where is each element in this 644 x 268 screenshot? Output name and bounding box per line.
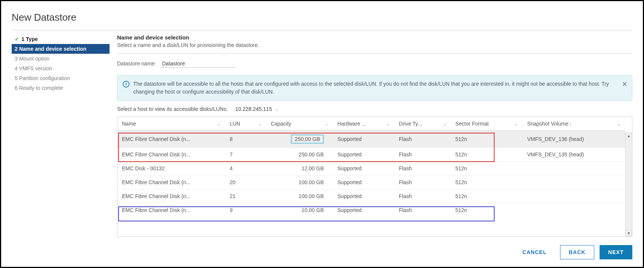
cell-lun: 21 xyxy=(225,189,266,203)
back-button[interactable]: BACK xyxy=(560,245,594,259)
cell-drive-type: Flash xyxy=(394,203,451,217)
sort-down-icon: ↓ xyxy=(569,121,571,127)
cell-sector-format: 512n xyxy=(451,131,523,148)
col-snapshot-volume[interactable]: Snapshot Volume↓⌄ xyxy=(522,117,625,131)
checkmark-icon: ✓ xyxy=(15,36,19,42)
host-selector-value: 10.228.245.115 xyxy=(235,106,272,112)
cell-snapshot xyxy=(522,176,625,189)
cell-sector-format: 512n xyxy=(451,176,523,189)
cell-drive-type: Flash xyxy=(394,162,451,176)
cell-hardware: Supported xyxy=(333,176,394,189)
wizard-title: New Datastore xyxy=(12,12,632,23)
cell-snapshot: VMFS_DEV_135 (head) xyxy=(522,148,625,162)
chevron-down-icon: ⌄ xyxy=(217,121,221,126)
step-vmfs-version[interactable]: 4 VMFS version xyxy=(12,64,110,73)
disk-table: Name⌄ LUN⌄ Capacity⌄ Hardware ...⌄ Drive… xyxy=(117,117,625,217)
col-sector-format[interactable]: Sector Format⌄ xyxy=(451,117,523,131)
info-banner: i The datastore will be accessible to al… xyxy=(117,75,632,101)
step-mount-option[interactable]: 3 Mount option xyxy=(12,54,110,64)
next-button[interactable]: NEXT xyxy=(600,245,632,259)
step-label: 3 Mount option xyxy=(15,56,50,62)
cell-snapshot xyxy=(522,162,625,176)
col-drive-type[interactable]: Drive Ty...⌄ xyxy=(394,117,451,131)
cell-capacity: 100.00 GB xyxy=(266,189,333,203)
cell-capacity: 100.00 GB xyxy=(266,176,333,189)
table-body: EMC Fibre Channel Disk (n...8250.00 GBSu… xyxy=(117,131,625,217)
step-label: 6 Ready to complete xyxy=(15,85,63,91)
chevron-down-icon: ⌄ xyxy=(515,121,518,126)
step-label: 5 Partition configuration xyxy=(15,75,70,81)
scroll-down-icon[interactable]: ▼ xyxy=(626,230,632,236)
host-selector-label: Select a host to view its accessible dis… xyxy=(117,106,228,112)
step-ready-complete[interactable]: 6 Ready to complete xyxy=(12,83,110,93)
step-type[interactable]: ✓ 1 Type xyxy=(12,34,110,44)
close-icon[interactable]: ✕ xyxy=(622,79,627,89)
disk-table-container: Name⌄ LUN⌄ Capacity⌄ Hardware ...⌄ Drive… xyxy=(117,117,632,237)
step-name-device[interactable]: 2 Name and device selection xyxy=(12,44,110,54)
wizard-content: Name and device selection Select a name … xyxy=(117,34,632,259)
cell-sector-format: 512n xyxy=(451,203,523,217)
cell-name: EMC Fibre Channel Disk (n... xyxy=(117,176,225,189)
cell-snapshot xyxy=(522,203,625,217)
info-text: The datastore will be accessible to all … xyxy=(133,80,617,96)
cell-capacity: 10.00 GB xyxy=(266,203,333,217)
cell-capacity: 250.00 GB xyxy=(266,131,333,148)
cell-lun: 7 xyxy=(225,148,266,162)
step-partition-config[interactable]: 5 Partition configuration xyxy=(12,73,110,83)
wizard-footer: CANCEL BACK NEXT xyxy=(117,245,632,259)
cell-capacity: 12.00 GB xyxy=(266,162,333,176)
host-selector-dropdown[interactable]: 10.228.245.115 ⌄ xyxy=(235,106,278,112)
divider xyxy=(12,30,632,30)
chevron-down-icon: ⌄ xyxy=(258,121,262,126)
table-row[interactable]: EMC Fibre Channel Disk (n...8250.00 GBSu… xyxy=(117,131,625,148)
cell-hardware: Supported xyxy=(333,131,394,148)
table-row[interactable]: EMC Fibre Channel Disk (n...20100.00 GBS… xyxy=(117,176,625,189)
datastore-name-input[interactable] xyxy=(161,60,236,68)
table-header-row: Name⌄ LUN⌄ Capacity⌄ Hardware ...⌄ Drive… xyxy=(117,117,625,131)
capacity-highlight: 250.00 GB xyxy=(291,135,324,144)
col-lun[interactable]: LUN⌄ xyxy=(225,117,266,131)
cell-sector-format: 512n xyxy=(451,148,523,162)
cell-drive-type: Flash xyxy=(394,189,451,203)
table-row[interactable]: EMC Fibre Channel Disk (n...7250.00 GBSu… xyxy=(117,148,625,162)
chevron-down-icon: ⌄ xyxy=(617,121,621,126)
section-divider xyxy=(117,53,632,54)
cell-drive-type: Flash xyxy=(394,148,451,162)
cell-hardware: Supported xyxy=(333,148,394,162)
cell-lun: 4 xyxy=(225,162,266,176)
datastore-name-label: Datastore name: xyxy=(117,61,156,67)
cell-lun: 20 xyxy=(225,176,266,189)
table-row[interactable]: EMC Fibre Channel Disk (n...910.00 GBSup… xyxy=(117,203,625,217)
chevron-down-icon: ⌄ xyxy=(443,121,446,126)
col-capacity[interactable]: Capacity⌄ xyxy=(266,117,333,131)
cell-drive-type: Flash xyxy=(394,176,451,189)
chevron-down-icon: ⌄ xyxy=(325,121,328,126)
cell-name: EMC Fibre Channel Disk (n... xyxy=(117,203,225,217)
step-label: 2 Name and device selection xyxy=(15,46,87,52)
cell-lun: 8 xyxy=(225,131,266,148)
table-row[interactable]: EMC Disk - 00132412.00 GBSupportedFlash5… xyxy=(117,162,625,176)
cell-name: EMC Fibre Channel Disk (n... xyxy=(117,148,225,162)
chevron-down-icon: ⌄ xyxy=(387,121,390,126)
cell-lun: 9 xyxy=(225,203,266,217)
cancel-button[interactable]: CANCEL xyxy=(514,245,555,259)
cell-sector-format: 512n xyxy=(451,189,523,203)
cell-snapshot: VMFS_DEV_136 (head) xyxy=(522,131,625,148)
cell-name: EMC Fibre Channel Disk (n... xyxy=(117,131,225,148)
section-heading: Name and device selection xyxy=(117,34,632,41)
step-label: 1 Type xyxy=(21,36,38,42)
table-row[interactable]: EMC Fibre Channel Disk (n...21100.00 GBS… xyxy=(117,189,625,203)
info-icon: i xyxy=(123,81,129,88)
wizard-steps: ✓ 1 Type 2 Name and device selection 3 M… xyxy=(12,34,110,259)
wizard-body: ✓ 1 Type 2 Name and device selection 3 M… xyxy=(12,34,632,259)
col-hardware[interactable]: Hardware ...⌄ xyxy=(333,117,394,131)
col-name[interactable]: Name⌄ xyxy=(117,117,225,131)
cell-snapshot xyxy=(522,189,625,203)
cell-hardware: Supported xyxy=(333,189,394,203)
cell-hardware: Supported xyxy=(333,203,394,217)
scroll-up-icon[interactable]: ▲ xyxy=(626,132,632,139)
step-label: 4 VMFS version xyxy=(15,65,52,71)
cell-sector-format: 512n xyxy=(451,162,523,176)
host-selector-row: Select a host to view its accessible dis… xyxy=(117,106,632,112)
scrollbar[interactable]: ▲ ▼ xyxy=(625,132,632,236)
